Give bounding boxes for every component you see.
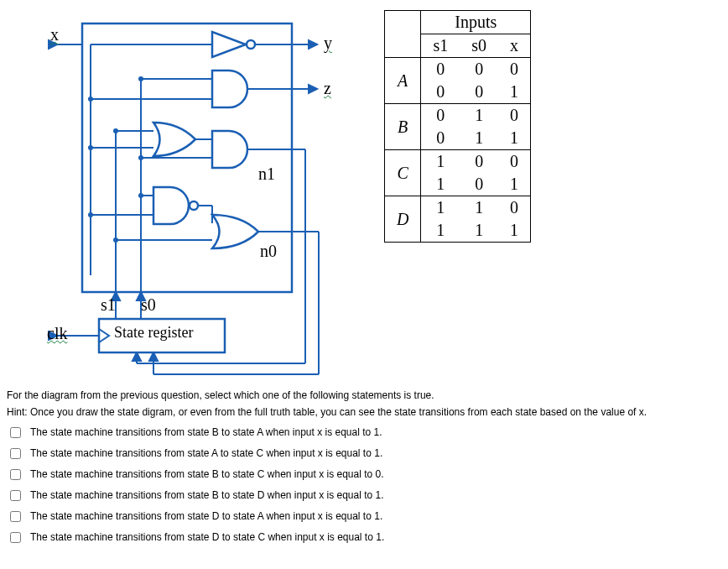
svg-marker-39: [133, 352, 141, 361]
svg-marker-13: [309, 85, 317, 93]
svg-point-24: [88, 212, 93, 217]
option-5-label: The state machine transitions from state…: [30, 531, 384, 543]
inputs-header: Inputs: [421, 11, 531, 34]
option-1-label: The state machine transitions from state…: [30, 447, 382, 459]
inputs-table: Inputs s1 s0 x A 0 0 0 0 0 1 B: [384, 10, 531, 243]
hint-text: Hint: Once you draw the state digram, or…: [7, 406, 721, 418]
label-s0: s0: [141, 295, 156, 315]
inputs-table-wrapper: Inputs s1 s0 x A 0 0 0 0 0 1 B: [384, 7, 531, 376]
label-z: z: [324, 79, 331, 98]
option-0-checkbox[interactable]: [10, 427, 21, 438]
label-y: y: [324, 34, 332, 53]
label-clk: clk: [47, 324, 67, 343]
option-2-checkbox[interactable]: [10, 469, 21, 480]
option-2-label: The state machine transitions from state…: [30, 468, 384, 480]
option-3-label: The state machine transitions from state…: [30, 489, 384, 501]
label-s1: s1: [101, 295, 116, 315]
svg-point-33: [113, 128, 118, 133]
option-0[interactable]: The state machine transitions from state…: [7, 426, 721, 441]
option-5[interactable]: The state machine transitions from state…: [7, 531, 721, 546]
option-1[interactable]: The state machine transitions from state…: [7, 447, 721, 462]
option-1-checkbox[interactable]: [10, 448, 21, 459]
svg-point-34: [138, 76, 143, 81]
svg-point-25: [190, 201, 198, 210]
label-x: x: [50, 25, 59, 44]
option-4-label: The state machine transitions from state…: [30, 510, 382, 522]
circuit-diagram: .w { stroke:#1a5fb4; stroke-width:2; fil…: [7, 7, 351, 376]
option-4[interactable]: The state machine transitions from state…: [7, 510, 721, 525]
label-n0: n0: [260, 242, 277, 261]
label-n1: n1: [258, 164, 275, 184]
state-C: C: [385, 150, 421, 196]
svg-point-6: [247, 40, 255, 49]
option-3[interactable]: The state machine transitions from state…: [7, 489, 721, 504]
col-s0: s0: [460, 34, 498, 58]
state-D: D: [385, 196, 421, 243]
svg-point-11: [88, 97, 93, 102]
svg-marker-8: [309, 40, 317, 49]
option-5-checkbox[interactable]: [10, 532, 21, 543]
label-state-register: State register: [114, 324, 193, 342]
svg-marker-44: [149, 352, 158, 361]
question-text: For the diagram from the previous questi…: [7, 389, 721, 401]
option-4-checkbox[interactable]: [10, 511, 21, 522]
svg-point-16: [88, 145, 93, 150]
col-x: x: [498, 34, 531, 58]
col-s1: s1: [421, 34, 460, 58]
state-A: A: [385, 58, 421, 104]
state-B: B: [385, 104, 421, 150]
option-3-checkbox[interactable]: [10, 490, 21, 501]
option-0-label: The state machine transitions from state…: [30, 426, 382, 438]
option-2[interactable]: The state machine transitions from state…: [7, 468, 721, 483]
